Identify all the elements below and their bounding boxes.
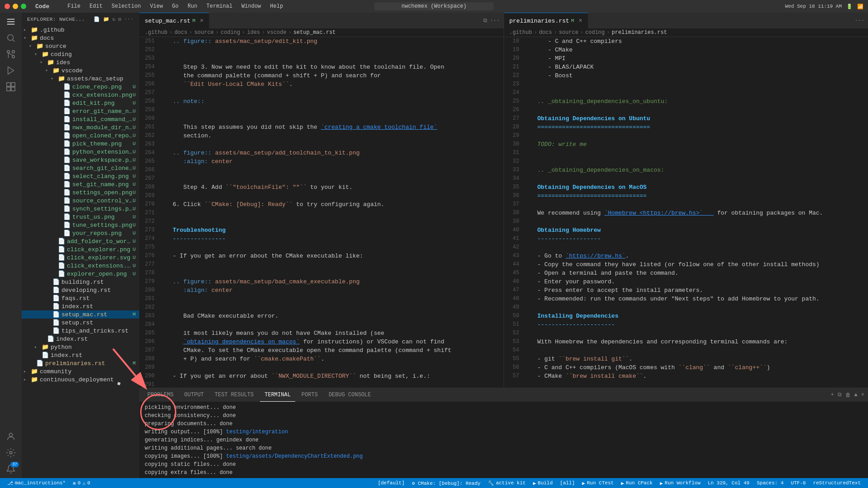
panel-tab-problems[interactable]: PROBLEMS [143,388,178,402]
tree-item-open-cloned-repo-png[interactable]: 📄 open_cloned_repo.png U [22,131,139,140]
right-more-actions-icon[interactable]: ··· [854,18,864,24]
menu-terminal[interactable]: Terminal [206,3,232,9]
build-all[interactable]: [all] [557,478,579,488]
tree-item-explorer-open-png[interactable]: 📄 explorer_open.png U [22,270,139,278]
terminal-content[interactable]: pickling environment... donechecking con… [139,402,868,478]
tree-item-tips-and-tricks-rst[interactable]: 📄 tips_and_tricks.rst [22,327,139,335]
menu-run[interactable]: Run [188,3,198,9]
tree-item-preliminaries-rst[interactable]: 📄 preliminaries.rst M [22,359,139,367]
rbc-docs[interactable]: docs [539,29,552,36]
tree-item-ides[interactable]: ▾ 📁 ides [22,58,139,66]
tree-item-search-git-clone-png[interactable]: 📄 search_git_clone.png U [22,164,139,172]
tree-item-index-rst[interactable]: 📄 index.rst [22,351,139,359]
tab-close-button[interactable]: × [200,17,203,24]
tree-item-python-extension-png[interactable]: 📄 python_extension.png U [22,148,139,156]
tree-item-faqs-rst[interactable]: 📄 faqs.rst [22,294,139,302]
trash-icon[interactable]: 🗑 [845,392,851,399]
menu-selection[interactable]: Selection [112,3,141,9]
new-file-icon[interactable]: ️📄 [94,16,100,22]
right-editor-content[interactable]: 18 - C and C++ compilers 19 - CMake 20 -… [504,37,868,388]
menu-help[interactable]: Help [270,3,283,9]
rbc-coding[interactable]: coding [585,29,605,36]
run-workflow-button[interactable]: ▶ Run Workflow [656,478,704,488]
panel-tab-output[interactable]: OUTPUT [180,388,208,402]
tree-item-set-git-name-png[interactable]: 📄 set_git_name.png U [22,180,139,188]
tree-item-building-rst[interactable]: 📄 building.rst [22,278,139,286]
panel-tab-ports[interactable]: PORTS [297,388,322,402]
tree-item-your-repos-png[interactable]: 📄 your_repos.png U [22,229,139,237]
language-mode[interactable]: reStructuredText [809,478,864,488]
bc-github[interactable]: .github [145,29,167,36]
rbc-github[interactable]: .github [509,29,532,36]
extensions-icon[interactable] [5,81,16,92]
run-cpack-button[interactable]: ▶ Run CPack [618,478,656,488]
more-icon[interactable]: ··· [124,16,134,22]
tree-item-tune-settings-png[interactable]: 📄 tune_settings.png U [22,221,139,229]
search-bar[interactable]: nwchemex (Workspace) [374,2,494,10]
run-icon[interactable] [5,65,16,76]
tab-setup-mac[interactable]: setup_mac.rst M × [139,13,209,28]
tree-item-save-workspace-png[interactable]: 📄 save_workspace.png U [22,156,139,164]
tree-item-click-extensions-svg[interactable]: 📄 click_extensions.svg U [22,262,139,270]
tree-item-add-folder-to-workspace-png[interactable]: 📄 add_folder_to_workspace.png U [22,237,139,245]
spaces[interactable]: Spaces: 4 [753,478,787,488]
panel-tab-test-results[interactable]: TEST RESULTS [210,388,258,402]
search-icon[interactable] [5,33,16,43]
bc-source[interactable]: source [194,29,214,36]
tree-item-source-control-view-png[interactable]: 📄 source_control_view.png U [22,197,139,205]
tree-item-vscode[interactable]: ▾ 📁 vscode [22,66,139,75]
bc-ides[interactable]: ides [247,29,260,36]
tree-item-click-explorer-svg[interactable]: 📄 click_explorer.svg U [22,253,139,262]
window-controls[interactable] [5,4,26,9]
split-editor-icon[interactable]: ⧉ [483,18,487,24]
tree-item-trust-us-png[interactable]: 📄 trust_us.png U [22,213,139,221]
more-actions-icon[interactable]: ··· [490,18,500,24]
run-ctest-button[interactable]: ▶ Run CTest [579,478,618,488]
close-button[interactable] [5,4,10,9]
new-folder-icon[interactable]: 📁 [103,16,110,22]
tree-item-synch-settings-png[interactable]: 📄 synch_settings.png U [22,205,139,213]
tree-item-python[interactable]: ▸ 📁 python [22,343,139,351]
tree-item-error-git-name-not-set---[interactable]: 📄 error_git_name_not_set... U [22,107,139,115]
minimize-button[interactable] [13,4,18,9]
cmake-status[interactable]: [default] [374,478,408,488]
error-count[interactable]: ⊗ 0 ⚠ 0 [69,478,94,488]
menu-view[interactable]: View [150,3,163,9]
tree-item-index-rst[interactable]: 📄 index.rst [22,302,139,310]
account-icon[interactable] [5,431,16,442]
cursor-position[interactable]: Ln 329, Col 49 [704,478,753,488]
tree-item-docs[interactable]: ▾ 📁 docs [22,34,139,42]
panel-tab-debug-console[interactable]: DEBUG CONSOLE [324,388,376,402]
menu-file[interactable]: File [67,3,80,9]
tab-preliminaries[interactable]: preliminaries.rst M × [504,13,589,28]
build-button[interactable]: ▶ Build [529,478,557,488]
source-control-icon[interactable] [5,49,16,60]
encoding[interactable]: UTF-8 [787,478,809,488]
menu-window[interactable]: Window [241,3,261,9]
tree-item-pick-theme-png[interactable]: 📄 pick_theme.png U [22,140,139,148]
tree-item-setup-mac-rst[interactable]: 📄 setup_mac.rst M [22,310,139,319]
tree-item-click-explorer-png[interactable]: 📄 click_explorer.png U [22,245,139,253]
tree-item-coding[interactable]: ▾ 📁 coding [22,50,139,58]
tree-item--github[interactable]: ▸ 📁 .github [22,26,139,34]
tree-item-source[interactable]: ▾ 📁 source [22,42,139,50]
tree-item-select-clang-png[interactable]: 📄 select_clang.png U [22,172,139,180]
tree-item-setup-rst[interactable]: 📄 setup.rst [22,319,139,327]
notification-icon[interactable]: 37 [5,464,16,474]
explorer-icon[interactable] [5,16,16,27]
tree-item-install-command-line-t---[interactable]: 📄 install_command_line_t... U [22,115,139,123]
bc-vscode[interactable]: vscode [267,29,287,36]
maximize-button[interactable] [21,4,26,9]
maximize-panel-icon[interactable]: ▲ [854,392,858,399]
collapse-icon[interactable]: ⊟ [118,16,122,22]
menu-edit[interactable]: Edit [90,3,103,9]
tree-item-assets-mac-setup[interactable]: ▾ 📁 assets/mac_setup [22,75,139,83]
refresh-icon[interactable]: ↻ [112,16,115,22]
tree-item-index-rst[interactable]: 📄 index.rst [22,335,139,343]
tree-item-settings-open-png[interactable]: 📄 settings_open.png U [22,188,139,197]
menu-go[interactable]: Go [172,3,178,9]
tree-item-cxx-extension-png[interactable]: 📄 cxx_extension.png U [22,91,139,99]
active-kit[interactable]: 🔧 active kit [484,478,529,488]
split-terminal-icon[interactable]: ⧉ [838,392,842,399]
bc-coding[interactable]: coding [221,29,240,36]
